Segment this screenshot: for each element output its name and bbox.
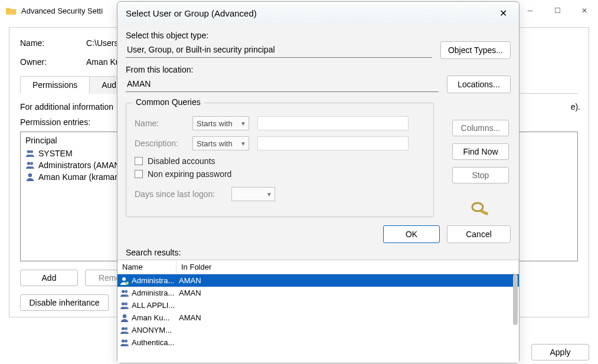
svg-point-0	[27, 150, 30, 153]
location-field[interactable]	[126, 77, 439, 92]
scrollbar-thumb[interactable]	[513, 274, 518, 325]
name-label: Name:	[20, 38, 86, 48]
group-icon	[120, 288, 129, 298]
owner-label: Owner:	[20, 57, 86, 67]
entry-name: Aman Kumar (kraman	[38, 172, 119, 182]
result-name: Authentica...	[132, 338, 174, 347]
maximize-button[interactable]: ☐	[544, 0, 571, 21]
svg-point-10	[125, 290, 128, 293]
svg-point-2	[27, 162, 30, 165]
group-icon	[120, 301, 129, 310]
svg-point-13	[123, 314, 126, 317]
days-logon-combo[interactable]: ▼	[231, 187, 275, 201]
select-user-dialog: Select User or Group (Advanced) ✕ Select…	[117, 1, 519, 363]
location-label: From this location:	[126, 65, 511, 74]
result-name: Administra...	[132, 288, 174, 297]
columns-button[interactable]: Columns...	[452, 120, 509, 136]
svg-point-7	[122, 277, 126, 281]
result-folder: AMAN	[177, 288, 519, 297]
table-row[interactable]: ANONYM...	[117, 324, 519, 336]
svg-rect-6	[480, 209, 489, 215]
col-name[interactable]: Name	[117, 260, 177, 274]
svg-point-3	[30, 162, 33, 165]
disable-inheritance-button[interactable]: Disable inheritance	[20, 294, 109, 311]
cq-name-combo[interactable]: Starts with▼	[192, 116, 249, 130]
chevron-down-icon: ▼	[266, 191, 272, 198]
group-icon	[25, 149, 35, 158]
right-button-column: Columns... Find Now Stop	[452, 120, 509, 217]
results-list[interactable]: Name In Folder Administra...AMANAdminist…	[117, 260, 519, 363]
common-queries-legend: Common Queries	[132, 97, 204, 107]
table-row[interactable]: Authentica...	[117, 336, 519, 349]
group-icon	[120, 326, 129, 335]
table-row[interactable]: Administra...AMAN	[117, 287, 519, 299]
svg-point-9	[122, 290, 125, 293]
svg-point-16	[122, 339, 125, 342]
disabled-accounts-label: Disabled accounts	[148, 156, 215, 166]
folder-icon	[6, 6, 21, 15]
object-type-label: Select this object type:	[126, 31, 511, 40]
non-expiring-label: Non expiring password	[148, 169, 231, 179]
apply-button[interactable]: Apply	[531, 344, 589, 360]
dialog-title: Select User or Group (Advanced)	[126, 8, 257, 18]
group-icon	[25, 160, 35, 170]
user-icon	[120, 313, 129, 323]
close-button[interactable]: ✕	[571, 0, 598, 21]
table-row[interactable]: ALL APPLI...	[117, 299, 519, 311]
svg-point-1	[30, 150, 33, 153]
result-folder: AMAN	[177, 313, 519, 322]
user-cfg-icon	[120, 276, 129, 286]
svg-point-14	[122, 327, 125, 330]
cancel-button[interactable]: Cancel	[447, 225, 511, 243]
result-name: ALL APPLI...	[132, 301, 175, 310]
svg-point-12	[125, 302, 128, 305]
ok-button[interactable]: OK	[383, 225, 440, 243]
days-logon-label: Days since last logon:	[135, 189, 223, 199]
info-suffix: e).	[571, 102, 580, 112]
dialog-titlebar: Select User or Group (Advanced) ✕	[117, 2, 519, 25]
locations-button[interactable]: Locations...	[447, 76, 511, 93]
svg-point-15	[125, 327, 128, 330]
svg-point-11	[122, 302, 125, 305]
svg-point-17	[125, 339, 128, 342]
non-expiring-checkbox[interactable]	[135, 170, 143, 178]
entry-name: SYSTEM	[38, 149, 73, 158]
info-text: For additional information	[20, 102, 113, 112]
common-queries-group: Common Queries Name: Starts with▼ Descri…	[126, 103, 434, 217]
group-icon	[120, 338, 129, 347]
parent-title: Advanced Security Setti	[21, 6, 103, 15]
results-label: Search results:	[117, 248, 519, 260]
cq-desc-input[interactable]	[257, 136, 409, 150]
col-folder[interactable]: In Folder	[177, 260, 519, 274]
object-type-field[interactable]	[126, 43, 432, 58]
entry-name: Administrators (AMAN	[38, 160, 120, 170]
add-button[interactable]: Add	[20, 270, 78, 286]
close-icon[interactable]: ✕	[496, 6, 511, 20]
object-types-button[interactable]: Object Types...	[440, 41, 511, 59]
result-name: Aman Ku...	[132, 313, 169, 322]
user-icon	[25, 172, 35, 182]
result-name: Administra...	[132, 276, 174, 285]
result-name: ANONYM...	[132, 326, 172, 335]
results-header: Name In Folder	[117, 260, 519, 274]
cq-desc-combo[interactable]: Starts with▼	[192, 136, 249, 150]
chevron-down-icon: ▼	[240, 120, 246, 127]
disabled-accounts-checkbox[interactable]	[135, 157, 143, 165]
cq-name-label: Name:	[135, 119, 184, 128]
cq-desc-label: Description:	[135, 139, 184, 148]
stop-button[interactable]: Stop	[452, 167, 509, 183]
cq-name-input[interactable]	[257, 116, 409, 130]
owner-value: Aman Ku	[86, 57, 120, 67]
table-row[interactable]: Aman Ku...AMAN	[117, 311, 519, 324]
chevron-down-icon: ▼	[240, 140, 246, 147]
tab-permissions[interactable]: Permissions	[20, 76, 90, 94]
magnify-icon	[470, 201, 491, 217]
svg-point-4	[28, 173, 32, 177]
result-folder: AMAN	[177, 276, 519, 285]
minimize-button[interactable]: ─	[517, 0, 544, 21]
find-now-button[interactable]: Find Now	[452, 143, 509, 160]
window-controls: ─ ☐ ✕	[517, 0, 598, 21]
table-row[interactable]: Administra...AMAN	[117, 274, 519, 287]
